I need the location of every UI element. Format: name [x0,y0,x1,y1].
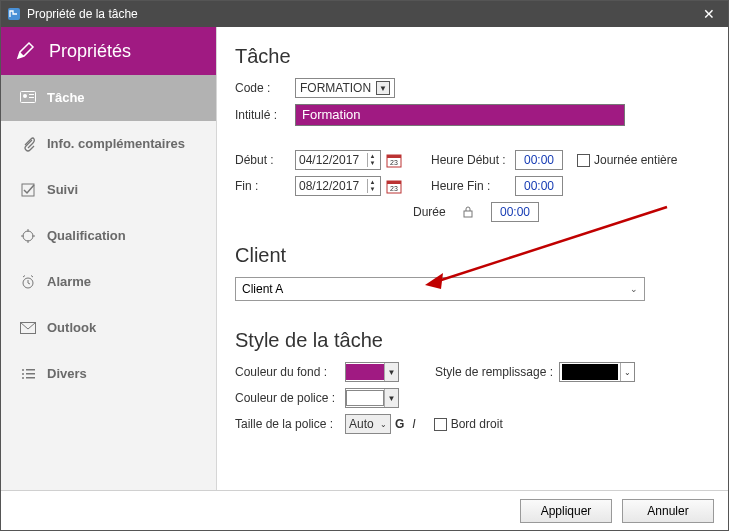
svg-point-21 [22,377,24,379]
spin-up[interactable]: ▲ [367,179,377,186]
fill-style-label: Style de remplissage : [435,365,553,379]
straight-edge-label: Bord droit [451,417,503,431]
debut-date-input[interactable]: 04/12/2017 ▲▼ [295,150,381,170]
svg-point-19 [22,373,24,375]
chevron-down-icon: ▼ [384,389,398,407]
font-size-select[interactable]: Auto ⌄ [345,414,391,434]
heure-debut-input[interactable]: 00:00 [515,150,563,170]
svg-rect-20 [26,373,35,375]
spin-down[interactable]: ▼ [367,160,377,167]
svg-point-6 [23,231,33,241]
intitule-input[interactable]: Formation [295,104,625,126]
bg-color-swatch [346,364,384,380]
close-button[interactable]: ✕ [696,6,722,22]
list-icon [15,368,41,380]
font-color-label: Couleur de police : [235,391,345,405]
sidebar-item-label: Suivi [47,182,78,197]
spin-up[interactable]: ▲ [367,153,377,160]
user-card-icon [15,91,41,105]
svg-rect-5 [22,184,34,196]
svg-point-17 [22,369,24,371]
sidebar-header: Propriétés [1,27,216,75]
client-select[interactable]: Client A ⌄ [235,277,645,301]
svg-line-15 [31,275,33,277]
cancel-button[interactable]: Annuler [622,499,714,523]
sidebar-item-alarme[interactable]: Alarme [1,259,216,305]
svg-rect-24 [387,155,401,158]
svg-rect-3 [29,94,34,95]
svg-point-2 [23,94,27,98]
fin-value: 08/12/2017 [299,179,359,193]
section-style-title: Style de la tâche [235,329,702,352]
font-color-swatch [346,390,384,406]
allday-checkbox[interactable] [577,154,590,167]
svg-rect-18 [26,369,35,371]
fin-label: Fin : [235,179,295,193]
sidebar-item-label: Tâche [47,90,85,105]
sidebar-item-tache[interactable]: Tâche [1,75,216,121]
chevron-down-icon: ▼ [376,81,390,95]
sidebar-item-label: Qualification [47,228,126,243]
straight-edge-checkbox[interactable] [434,418,447,431]
sidebar-item-outlook[interactable]: Outlook [1,305,216,351]
sidebar-item-divers[interactable]: Divers [1,351,216,397]
calendar-icon[interactable]: 23 [385,151,403,169]
code-select[interactable]: FORMATION ▼ [295,78,395,98]
debut-label: Début : [235,153,295,167]
lock-icon[interactable] [461,205,475,219]
font-size-label: Taille de la police : [235,417,345,431]
sidebar-item-label: Outlook [47,320,96,335]
sidebar-item-label: Alarme [47,274,91,289]
section-client-title: Client [235,244,702,267]
svg-rect-22 [26,377,35,379]
chevron-down-icon: ⌄ [620,363,634,381]
paperclip-icon [15,136,41,152]
code-label: Code : [235,81,295,95]
section-task-title: Tâche [235,45,702,68]
svg-rect-27 [387,181,401,184]
code-value: FORMATION [300,81,371,95]
apply-button[interactable]: Appliquer [520,499,612,523]
svg-text:23: 23 [390,159,398,166]
sidebar: Propriétés Tâche Info. complémentaires S… [1,27,217,490]
font-size-value: Auto [349,417,374,431]
svg-rect-4 [29,97,34,98]
chevron-down-icon: ▼ [384,363,398,381]
footer: Appliquer Annuler [1,490,728,530]
duree-input[interactable]: 00:00 [491,202,539,222]
svg-line-13 [28,283,30,284]
italic-toggle[interactable]: I [412,417,415,431]
sidebar-item-qualification[interactable]: Qualification [1,213,216,259]
checkbox-icon [15,183,41,197]
sidebar-item-suivi[interactable]: Suivi [1,167,216,213]
debut-value: 04/12/2017 [299,153,359,167]
chevron-down-icon: ⌄ [630,284,638,294]
calendar-icon[interactable]: 23 [385,177,403,195]
intitule-label: Intitulé : [235,108,295,122]
bold-toggle[interactable]: G [395,417,404,431]
titlebar: Propriété de la tâche ✕ [1,1,728,27]
window-title: Propriété de la tâche [27,7,696,21]
mail-icon [15,322,41,334]
target-icon [15,229,41,243]
heure-fin-input[interactable]: 00:00 [515,176,563,196]
spin-down[interactable]: ▼ [367,186,377,193]
fin-date-input[interactable]: 08/12/2017 ▲▼ [295,176,381,196]
sidebar-item-label: Divers [47,366,87,381]
bg-color-picker[interactable]: ▼ [345,362,399,382]
heure-debut-label: Heure Début : [431,153,515,167]
chevron-down-icon: ⌄ [380,420,387,429]
font-color-picker[interactable]: ▼ [345,388,399,408]
duree-label: Durée [413,205,461,219]
bg-color-label: Couleur du fond : [235,365,345,379]
heure-fin-label: Heure Fin : [431,179,515,193]
svg-rect-29 [464,211,472,217]
sidebar-item-label: Info. complémentaires [47,136,185,151]
allday-label: Journée entière [594,153,677,167]
fill-style-picker[interactable]: ⌄ [559,362,635,382]
fill-style-swatch [562,364,618,380]
content-panel: Tâche Code : FORMATION ▼ Intitulé : Form… [217,27,728,490]
sidebar-item-info[interactable]: Info. complémentaires [1,121,216,167]
svg-line-14 [23,275,25,277]
app-icon [7,7,21,21]
